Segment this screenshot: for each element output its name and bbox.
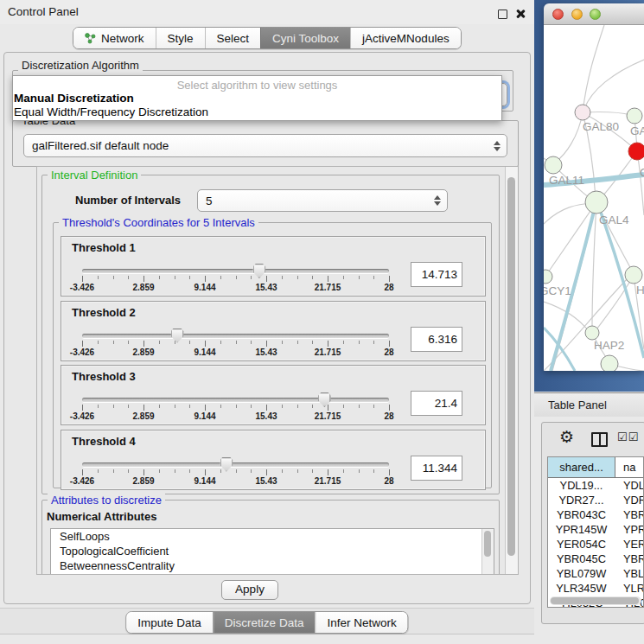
threshold-slider[interactable]: -3.4262.8599.14415.4321.71528 <box>82 237 389 296</box>
table-row[interactable]: YDR27...YDR2 <box>548 493 643 507</box>
table-row[interactable]: YPR145WYPR1 <box>548 522 643 537</box>
table-row[interactable]: YBL079WYBL0 <box>548 566 643 581</box>
network-edge[interactable] <box>584 60 644 109</box>
close-icon[interactable] <box>515 9 526 19</box>
threshold-slider[interactable]: -3.4262.8599.14415.4321.71528 <box>82 430 389 489</box>
column-header-name[interactable]: na <box>615 457 643 477</box>
threshold-value-field[interactable]: 6.316 <box>411 327 462 352</box>
slider-thumb[interactable] <box>318 392 331 407</box>
network-edge[interactable] <box>544 203 592 224</box>
slider-thumb[interactable] <box>171 328 184 343</box>
tick-label: 2.859 <box>132 283 154 292</box>
tick-mark <box>359 276 360 279</box>
network-edge[interactable] <box>637 151 644 215</box>
tab-select[interactable]: Select <box>205 28 261 48</box>
algorithm-option-manual-discretization[interactable]: Manual Discretization <box>14 92 134 105</box>
node-label-gal4: GAL4 <box>599 214 629 226</box>
scrollbar-thumb[interactable] <box>551 597 639 604</box>
tick-mark <box>189 341 190 344</box>
attribute-list-item[interactable]: BetweennessCentrality <box>51 558 494 573</box>
cell-shared-name: YBR043C <box>548 507 615 522</box>
tab-label: Cyni Toolbox <box>272 32 339 45</box>
algorithm-option-equal-width-frequency-discretization[interactable]: Equal Width/Frequency Discretization <box>14 105 208 118</box>
slider-track[interactable] <box>82 269 389 273</box>
tick-label: 28 <box>384 283 393 292</box>
node-hap2[interactable] <box>585 326 599 340</box>
tab-discretize-data[interactable]: Discretize Data <box>213 612 316 633</box>
node-gal11[interactable] <box>545 156 562 174</box>
tab-style[interactable]: Style <box>156 28 205 48</box>
tick-mark <box>113 469 114 473</box>
table-row[interactable]: YBR045CYBR0 <box>548 552 643 566</box>
table-hscrollbar[interactable] <box>550 596 641 605</box>
node-gal80[interactable] <box>575 105 590 120</box>
tick-mark <box>266 469 267 475</box>
network-edge[interactable] <box>556 112 583 162</box>
tick-mark <box>359 469 360 473</box>
thresholds-group: Threshold's Coordinates for 5 Intervals … <box>53 222 492 488</box>
slider-thumb[interactable] <box>252 264 265 278</box>
minimize-traffic-light[interactable] <box>571 9 583 20</box>
tick-mark <box>220 341 221 344</box>
node-bottom[interactable] <box>601 355 618 371</box>
network-graph: GAL80GACGAL11GAL4GCY1HHAP2 <box>544 25 644 371</box>
tab-impute-data[interactable]: Impute Data <box>126 612 213 633</box>
float-window-icon[interactable] <box>498 10 507 19</box>
tick-label: -3.426 <box>70 348 94 357</box>
node-gcy1[interactable] <box>544 270 552 284</box>
network-edge[interactable] <box>546 202 596 275</box>
interval-definition-group: Interval Definition Number of Intervals … <box>41 175 500 494</box>
table-data-combobox[interactable]: galFiltered.sif default node <box>23 134 507 157</box>
node-selected-red[interactable] <box>628 143 644 160</box>
tick-mark <box>113 341 114 344</box>
column-header-shared-name[interactable]: shared... <box>548 457 615 477</box>
tick-mark <box>128 405 129 408</box>
attribute-list-item[interactable]: SelfLoops <box>51 529 494 544</box>
cell-name: YPR1 <box>615 522 643 537</box>
cell-name: YDR2 <box>615 493 643 507</box>
table-row[interactable]: YDL19...YDL1 <box>548 478 643 493</box>
node-label-hap2: HAP2 <box>594 339 624 352</box>
tab-jactivemnodules[interactable]: jActiveMNodules <box>350 28 461 48</box>
tick-mark <box>128 469 129 473</box>
apply-button[interactable]: Apply <box>221 580 278 600</box>
table-row[interactable]: YBR043CYBR0 <box>548 507 643 522</box>
settings-scrollbar[interactable] <box>505 167 518 574</box>
slider-thumb[interactable] <box>220 457 233 472</box>
tab-cyni-toolbox[interactable]: Cyni Toolbox <box>260 28 350 48</box>
slider-track[interactable] <box>82 334 389 338</box>
slider-track[interactable] <box>82 398 389 402</box>
table-panel-body: ⚙ ☑☑ shared... na YDL19...YDL1YDR27...YD… <box>534 417 644 644</box>
checkbox-filter-icons[interactable]: ☑☑ <box>617 430 639 443</box>
node-h-node[interactable] <box>625 266 642 284</box>
node-partial-top-right[interactable] <box>627 108 642 124</box>
threshold-slider[interactable]: -3.4262.8599.14415.4321.71528 <box>82 366 389 424</box>
threshold-value-field[interactable]: 14.713 <box>411 262 462 287</box>
network-edge[interactable] <box>583 25 604 112</box>
scrollbar-thumb[interactable] <box>484 531 491 557</box>
table-row[interactable]: YLR345WYLR3 <box>548 581 643 596</box>
group-title: Attributes to discretize <box>48 494 165 507</box>
tab-network[interactable]: Network <box>73 28 156 48</box>
threshold-value-field[interactable]: 11.344 <box>411 456 462 481</box>
node-gal4[interactable] <box>585 191 608 214</box>
zoom-traffic-light[interactable] <box>590 9 601 20</box>
threshold-value-field[interactable]: 21.4 <box>411 391 462 416</box>
threshold-list: Threshold 1-3.4262.8599.14415.4321.71528… <box>54 236 486 494</box>
tab-infer-network[interactable]: Infer Network <box>315 612 407 633</box>
list-scrollbar[interactable] <box>481 529 494 575</box>
num-intervals-combobox[interactable]: 5 <box>197 189 448 212</box>
attribute-list-item[interactable]: TopologicalCoefficient <box>51 544 494 558</box>
gear-icon[interactable]: ⚙ <box>559 428 574 447</box>
slider-track[interactable] <box>82 462 389 467</box>
tick-label: 15.43 <box>255 411 277 421</box>
tick-mark <box>266 341 267 347</box>
network-canvas[interactable]: GAL80GACGAL11GAL4GCY1HHAP2 <box>544 25 644 371</box>
tick-mark <box>266 405 267 411</box>
split-columns-icon[interactable] <box>591 432 608 447</box>
close-traffic-light[interactable] <box>552 9 564 20</box>
threshold-slider[interactable]: -3.4262.8599.14415.4321.71528 <box>82 302 389 360</box>
scrollbar-thumb[interactable] <box>507 177 515 556</box>
table-row[interactable]: YER054CYER0 <box>548 537 643 552</box>
tick-label: -3.426 <box>70 283 94 292</box>
